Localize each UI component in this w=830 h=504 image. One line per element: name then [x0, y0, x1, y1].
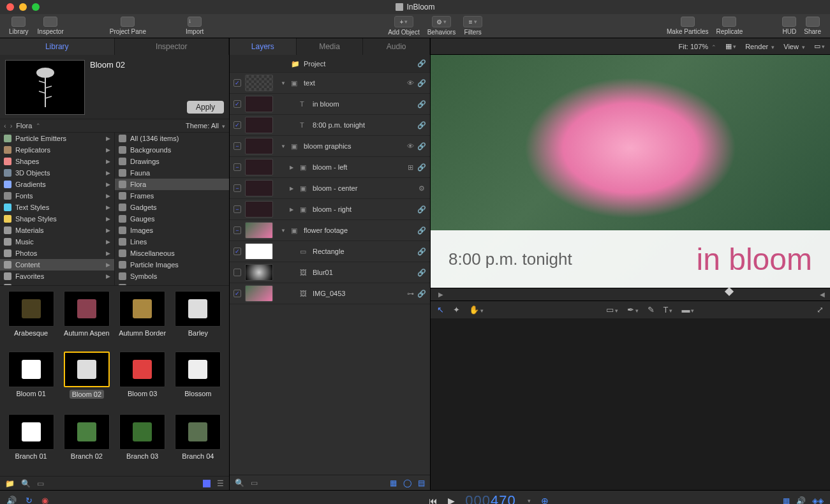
layer-search-icon[interactable]: 🔍	[235, 478, 244, 487]
grid-view-icon[interactable]	[203, 480, 211, 487]
make-particles-button[interactable]: Make Particles	[663, 17, 713, 35]
layer-row[interactable]: −▶▣bloom - right🔗	[230, 199, 430, 220]
asset-thumbnail[interactable]: Bloom 01	[5, 352, 57, 410]
inspector-tab[interactable]: Inspector	[115, 38, 230, 55]
category-item[interactable]: Shapes▶	[0, 156, 114, 167]
category-item[interactable]: Favorites Menu▶	[0, 282, 114, 285]
path-button[interactable]: ▭	[37, 479, 44, 488]
apply-button[interactable]: Apply	[187, 101, 224, 114]
play-button[interactable]: ▶	[448, 496, 455, 505]
layer-action-link[interactable]: 🔗	[417, 226, 426, 235]
layer-action-view2[interactable]: ⊞	[406, 163, 415, 172]
layer-action-link[interactable]: 🔗	[417, 59, 426, 68]
asset-thumbnail[interactable]: Branch 03	[117, 414, 168, 471]
new-folder-button[interactable]: 📁	[5, 479, 15, 488]
keyframe-view-button[interactable]: ◈◈	[812, 496, 824, 505]
subcategory-item[interactable]: Drawings	[115, 156, 229, 167]
asset-thumbnail[interactable]: Arabesque	[5, 291, 57, 348]
timecode-display[interactable]: 000470	[465, 493, 515, 505]
audio-toggle[interactable]: 🔊	[6, 496, 17, 504]
layer-action-link[interactable]: 🔗	[417, 100, 426, 108]
expand-tool[interactable]: ⤢	[817, 305, 824, 315]
hud-button[interactable]: HUD	[778, 17, 800, 35]
subcategory-item[interactable]: Fauna	[115, 167, 229, 179]
nav-forward-button[interactable]: ›	[10, 122, 13, 130]
category-item[interactable]: Favorites▶	[0, 271, 114, 282]
loop-toggle[interactable]: ↻	[26, 496, 33, 504]
mini-timeline[interactable]: ▶ ◀	[431, 288, 830, 300]
filter-icon[interactable]: ▤	[418, 478, 425, 487]
subcategory-item[interactable]: All (1346 items)	[115, 133, 229, 144]
library-tab[interactable]: Library	[0, 38, 115, 55]
nav-back-button[interactable]: ‹	[4, 122, 6, 130]
category-item[interactable]: Photos▶	[0, 248, 114, 259]
layer-visibility-checkbox[interactable]: −	[233, 226, 241, 234]
layer-visibility-checkbox[interactable]: ✓	[233, 248, 241, 255]
category-item[interactable]: Text Styles▶	[0, 202, 114, 213]
layer-row[interactable]: ✓Tin bloom🔗	[230, 94, 430, 115]
replicate-button[interactable]: Replicate	[713, 17, 747, 35]
asset-thumbnail[interactable]: Branch 01	[5, 414, 57, 471]
breadcrumb-path[interactable]: Flora ⌃	[16, 122, 41, 130]
category-item[interactable]: Materials▶	[0, 225, 114, 236]
layer-visibility-checkbox[interactable]: ✓	[233, 79, 241, 87]
category-item[interactable]: Fonts▶	[0, 190, 114, 202]
asset-thumbnail[interactable]: Blossom	[172, 352, 224, 410]
disclosure-icon[interactable]: ▼	[281, 144, 287, 149]
subcategory-item[interactable]: Gadgets	[115, 202, 229, 213]
disclosure-icon[interactable]: ▶	[290, 165, 296, 170]
out-point-marker[interactable]: ◀	[820, 291, 825, 298]
media-tab[interactable]: Media	[297, 38, 364, 55]
arrow-tool[interactable]: ↖	[437, 305, 444, 315]
audio-timeline-button[interactable]: 🔊	[796, 496, 806, 505]
layer-frame-icon[interactable]: ▭	[251, 478, 258, 487]
text-tool[interactable]: T▾	[663, 305, 673, 315]
timecode-dropdown[interactable]: ▾	[528, 498, 531, 504]
audio-tab[interactable]: Audio	[363, 38, 430, 55]
subcategory-item[interactable]: Miscellaneous	[115, 248, 229, 259]
asset-thumbnail[interactable]: Branch 04	[172, 414, 224, 471]
category-item[interactable]: Particle Emitters▶	[0, 133, 114, 144]
category-item[interactable]: Music▶	[0, 236, 114, 248]
in-point-marker[interactable]: ▶	[438, 291, 443, 298]
layers-tab[interactable]: Layers	[230, 38, 297, 55]
theme-dropdown[interactable]: Theme: All ▾	[186, 122, 225, 130]
zoom-window-button[interactable]	[32, 3, 40, 11]
brush-tool[interactable]: ✒▾	[627, 305, 639, 315]
layer-row[interactable]: 📁Project🔗	[230, 55, 430, 73]
asset-thumbnail[interactable]: Autumn Border	[117, 291, 168, 348]
library-button[interactable]: Library	[5, 17, 33, 35]
subcategory-item[interactable]: Particle Images	[115, 259, 229, 271]
rect-tool[interactable]: ▭▾	[606, 305, 618, 315]
layer-row[interactable]: ✓▼▣text👁🔗	[230, 73, 430, 94]
layer-visibility-checkbox[interactable]: ✓	[233, 121, 241, 129]
search-button[interactable]: 🔍	[21, 479, 31, 488]
category-item[interactable]: Replicators▶	[0, 144, 114, 156]
playhead-marker[interactable]	[725, 287, 734, 296]
layer-action-link[interactable]: 🔗	[417, 290, 426, 298]
subcategory-item[interactable]: Lines	[115, 236, 229, 248]
color-dropdown[interactable]: ▦▾	[725, 42, 736, 50]
fit-dropdown[interactable]: Fit: 107% ⌃	[679, 43, 717, 50]
layer-row[interactable]: ✓▭Rectangle🔗	[230, 241, 430, 262]
mask-tool[interactable]: ▬▾	[681, 305, 694, 315]
subcategory-item[interactable]: Images	[115, 225, 229, 236]
layer-action-link[interactable]: 🔗	[417, 248, 426, 256]
layer-row[interactable]: −▶▣bloom - center⚙	[230, 178, 430, 199]
inspector-button[interactable]: Inspector	[34, 17, 68, 35]
add-object-button[interactable]: +▾Add Object	[384, 16, 423, 36]
layer-action-link[interactable]: 🔗	[417, 142, 426, 151]
pen-tool[interactable]: ✎	[648, 305, 655, 315]
go-to-start-button[interactable]: ⏮	[429, 496, 438, 505]
layer-action-gear[interactable]: ⚙	[417, 184, 426, 193]
category-item[interactable]: Shape Styles▶	[0, 213, 114, 225]
asset-thumbnail[interactable]: Bloom 03	[117, 352, 168, 410]
asset-thumbnail[interactable]: Autumn Aspen	[61, 291, 112, 348]
timeline-view-button[interactable]: ▦	[783, 496, 790, 505]
minimize-window-button[interactable]	[19, 3, 27, 11]
layer-visibility-checkbox[interactable]: −	[233, 205, 241, 213]
3d-transform-tool[interactable]: ✦	[453, 305, 460, 315]
layer-action-link[interactable]: 🔗	[417, 79, 426, 87]
subcategory-item[interactable]: Symbols	[115, 271, 229, 282]
layer-visibility-checkbox[interactable]: ✓	[233, 100, 241, 108]
